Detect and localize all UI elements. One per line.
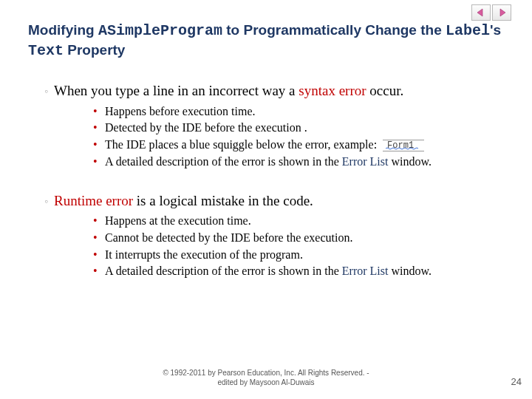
- list-item: It interrupts the execution of the progr…: [93, 247, 504, 264]
- title-part: Property: [64, 42, 125, 58]
- text: The IDE places a blue squiggle below the…: [105, 138, 380, 151]
- title-part: 's: [490, 22, 501, 38]
- section-heading: ◦When you type a line in an incorrect wa…: [44, 81, 504, 100]
- text: When you type a line in an incorrect way…: [54, 83, 299, 98]
- title-code: Text: [28, 42, 64, 59]
- title-part: Modifying: [28, 22, 98, 38]
- list-item: Happens at the execution time.: [93, 213, 504, 230]
- footer-line: © 1992-2011 by Pearson Education, Inc. A…: [163, 369, 369, 377]
- nav-prev-button[interactable]: [471, 4, 491, 21]
- title-part: to Programmatically Change the: [222, 22, 446, 38]
- list-item: A detailed description of the error is s…: [93, 263, 504, 280]
- list-item: Detected by the IDE before the execution…: [93, 120, 504, 137]
- list-item: A detailed description of the error is s…: [93, 154, 504, 171]
- title-code: ASimpleProgram: [98, 22, 222, 39]
- svg-marker-0: [477, 9, 482, 16]
- bullet-list: Happens at the execution time. Cannot be…: [93, 213, 504, 280]
- footer-line: edited by Maysoon Al-Duwais: [217, 378, 314, 386]
- footer-copyright: © 1992-2011 by Pearson Education, Inc. A…: [37, 369, 495, 387]
- text: Happens at the execution time.: [105, 214, 251, 227]
- list-item: The IDE places a blue squiggle below the…: [93, 137, 504, 154]
- highlight-term: syntax error: [299, 83, 366, 98]
- diamond-icon: ◦: [44, 194, 48, 208]
- text: Happens before execution time.: [105, 105, 255, 117]
- nav-controls: [471, 4, 511, 21]
- text: occur.: [366, 83, 404, 98]
- next-arrow-icon: [497, 8, 507, 17]
- text: A detailed description of the error is s…: [105, 265, 342, 277]
- nav-next-button[interactable]: [492, 4, 511, 21]
- squiggle-example: Form1: [383, 140, 424, 151]
- link-term: Error List: [342, 155, 389, 168]
- link-term: Error List: [342, 265, 389, 277]
- squiggle-icon: [386, 147, 418, 150]
- list-item: Cannot be detected by the IDE before the…: [93, 230, 504, 247]
- diamond-icon: ◦: [44, 84, 48, 98]
- text: window.: [388, 155, 432, 168]
- text: window.: [388, 265, 432, 277]
- list-item: Happens before execution time.: [93, 103, 504, 120]
- page-number: 24: [511, 376, 522, 387]
- prev-arrow-icon: [476, 8, 486, 17]
- text: Cannot be detected by the IDE before the…: [105, 231, 352, 244]
- slide-title: Modifying ASimpleProgram to Programmatic…: [28, 21, 504, 61]
- section-heading: ◦Runtime error is a logical mistake in t…: [44, 191, 504, 211]
- title-code: Label: [446, 22, 490, 39]
- text: A detailed description of the error is s…: [105, 155, 342, 168]
- squiggle-label: Form1: [387, 140, 414, 152]
- bullet-list: Happens before execution time. Detected …: [93, 103, 504, 171]
- highlight-term: Runtime error: [54, 193, 133, 208]
- text: is a logical mistake in the code.: [133, 193, 313, 208]
- slide-content: Modifying ASimpleProgram to Programmatic…: [0, 0, 532, 280]
- text: It interrupts the execution of the progr…: [105, 248, 303, 261]
- svg-marker-1: [500, 9, 505, 16]
- text: Detected by the IDE before the execution…: [105, 121, 307, 134]
